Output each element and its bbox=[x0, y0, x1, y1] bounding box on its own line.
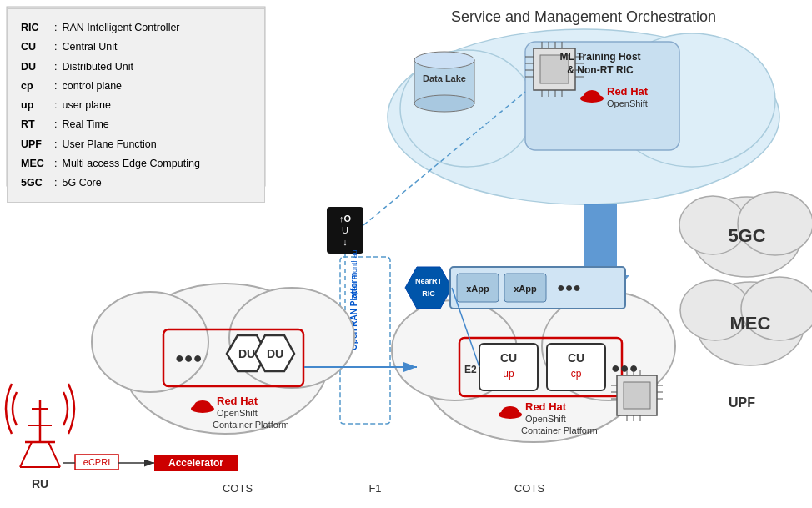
svg-rect-40 bbox=[340, 257, 390, 424]
svg-text:●●●: ●●● bbox=[611, 360, 639, 376]
svg-rect-10 bbox=[525, 42, 679, 150]
legend-box: RIC:RAN Intelligent ControllerCU:Central… bbox=[7, 8, 265, 203]
svg-text:ML Training Host: ML Training Host bbox=[559, 51, 640, 63]
svg-text:xApp: xApp bbox=[466, 284, 489, 294]
svg-point-56 bbox=[421, 292, 646, 442]
svg-text:F1: F1 bbox=[368, 482, 381, 495]
svg-text:U: U bbox=[342, 225, 348, 235]
svg-text:Container Platform: Container Platform bbox=[213, 420, 289, 430]
svg-marker-48 bbox=[227, 335, 267, 371]
svg-text:Open Fronthaul: Open Fronthaul bbox=[350, 248, 358, 300]
svg-rect-34 bbox=[327, 207, 363, 254]
svg-rect-81 bbox=[617, 375, 657, 415]
svg-rect-62 bbox=[450, 267, 625, 309]
svg-text:CU: CU bbox=[568, 351, 584, 365]
svg-point-100 bbox=[680, 280, 750, 340]
svg-text:eCPRI: eCPRI bbox=[83, 457, 110, 467]
svg-text:↑O: ↑O bbox=[339, 214, 352, 224]
svg-text:Red Hat: Red Hat bbox=[525, 400, 567, 413]
svg-text:●●●: ●●● bbox=[175, 350, 203, 366]
svg-text:COTS: COTS bbox=[514, 482, 544, 495]
legend-item: 5GC:5G Core bbox=[21, 174, 200, 192]
svg-point-7 bbox=[414, 52, 474, 68]
svg-rect-11 bbox=[534, 48, 575, 90]
svg-point-58 bbox=[542, 292, 675, 400]
svg-rect-65 bbox=[504, 274, 546, 302]
svg-text:OpenShift: OpenShift bbox=[607, 98, 648, 108]
svg-text:OpenShift: OpenShift bbox=[217, 408, 258, 418]
svg-line-38 bbox=[363, 92, 525, 225]
svg-rect-12 bbox=[540, 55, 569, 83]
svg-point-99 bbox=[696, 282, 804, 365]
svg-text:Data Lake: Data Lake bbox=[423, 73, 466, 83]
svg-text:NearRT: NearRT bbox=[415, 277, 443, 285]
svg-text:RU: RU bbox=[32, 477, 48, 490]
svg-text:up: up bbox=[503, 368, 514, 380]
legend-item: CU:Central Unit bbox=[21, 38, 200, 56]
svg-point-96 bbox=[679, 196, 746, 254]
svg-text:Accelerator: Accelerator bbox=[168, 457, 223, 469]
svg-point-95 bbox=[693, 197, 801, 277]
svg-point-101 bbox=[741, 277, 812, 340]
svg-point-52 bbox=[191, 405, 214, 413]
svg-line-109 bbox=[48, 442, 60, 467]
svg-rect-1 bbox=[367, 7, 800, 13]
svg-point-97 bbox=[738, 192, 812, 255]
svg-text:RIC: RIC bbox=[422, 289, 435, 298]
svg-text:UPF: UPF bbox=[729, 395, 755, 410]
svg-marker-50 bbox=[255, 335, 294, 371]
svg-text:Open RAN Platform: Open RAN Platform bbox=[349, 273, 358, 350]
svg-rect-70 bbox=[479, 344, 538, 390]
svg-text:Red Hat: Red Hat bbox=[217, 395, 258, 407]
svg-point-44 bbox=[92, 292, 208, 392]
svg-rect-116 bbox=[154, 455, 238, 471]
legend-item: RT:Real Time bbox=[21, 116, 200, 133]
svg-point-57 bbox=[392, 300, 517, 400]
svg-text:Container Platform: Container Platform bbox=[521, 425, 598, 435]
svg-rect-63 bbox=[457, 274, 499, 302]
svg-rect-82 bbox=[624, 382, 650, 409]
svg-point-77 bbox=[499, 410, 522, 419]
svg-text:OpenShift: OpenShift bbox=[525, 414, 566, 424]
legend-item: DU:Distributed Unit bbox=[21, 58, 200, 76]
svg-text:cp: cp bbox=[571, 368, 582, 380]
svg-text:MEC: MEC bbox=[730, 313, 771, 334]
svg-point-3 bbox=[400, 50, 534, 167]
legend-item: cp:control plane bbox=[21, 78, 200, 95]
svg-text:E2: E2 bbox=[464, 364, 477, 375]
legend-item: UPF:User Plane Function bbox=[21, 136, 200, 153]
svg-text:DU: DU bbox=[267, 347, 283, 360]
legend-item: up:user plane bbox=[21, 97, 200, 114]
legend-item: RIC:RAN Intelligent Controller bbox=[21, 19, 200, 37]
legend-item: MEC:Multi access Edge Computing bbox=[21, 155, 200, 173]
svg-text:Red Hat: Red Hat bbox=[607, 85, 649, 98]
svg-rect-68 bbox=[459, 338, 622, 396]
svg-point-43 bbox=[121, 284, 329, 434]
svg-rect-73 bbox=[547, 344, 605, 390]
svg-text:Service and Management Orchest: Service and Management Orchestration bbox=[451, 8, 716, 25]
svg-point-8 bbox=[414, 95, 474, 112]
svg-line-108 bbox=[20, 442, 32, 467]
svg-text:DU: DU bbox=[238, 347, 255, 360]
svg-text:COTS: COTS bbox=[223, 482, 253, 495]
svg-text:5GC: 5GC bbox=[728, 225, 765, 246]
svg-point-4 bbox=[609, 33, 775, 167]
svg-rect-112 bbox=[75, 455, 118, 470]
svg-text:& Non-RT RIC: & Non-RT RIC bbox=[567, 64, 634, 76]
svg-text:CU: CU bbox=[500, 351, 517, 365]
svg-point-2 bbox=[388, 29, 779, 204]
svg-point-31 bbox=[580, 94, 604, 103]
svg-point-45 bbox=[229, 288, 354, 388]
svg-line-119 bbox=[452, 288, 479, 367]
svg-text:●●●: ●●● bbox=[557, 280, 581, 294]
svg-rect-46 bbox=[163, 329, 303, 386]
svg-rect-6 bbox=[414, 60, 474, 103]
svg-text:xApp: xApp bbox=[514, 284, 537, 294]
svg-text:↓: ↓ bbox=[343, 237, 348, 247]
svg-marker-59 bbox=[405, 267, 452, 309]
